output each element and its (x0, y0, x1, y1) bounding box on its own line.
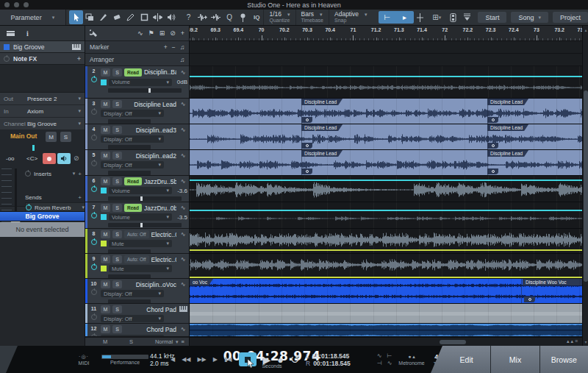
track-power-icon[interactable] (91, 289, 97, 295)
plus-icon[interactable]: + (77, 55, 81, 63)
parameter-dropdown[interactable]: Parameter ▾ (0, 10, 66, 25)
param-dropdown[interactable]: Mute▾ (109, 240, 172, 247)
track-mute-button[interactable]: M (101, 126, 110, 134)
automation-line[interactable] (190, 277, 582, 278)
info-icon[interactable]: i (26, 29, 29, 38)
add-track-icon[interactable]: + (181, 29, 184, 37)
clip-label-tab[interactable]: Discipline Lead (301, 124, 343, 131)
track-solo-button[interactable]: S (112, 152, 122, 160)
edit-page-button[interactable]: Edit (442, 346, 490, 373)
menu-icon[interactable] (7, 31, 15, 36)
bend-tool-button[interactable] (151, 10, 165, 25)
performance-meter[interactable]: Performance (98, 346, 151, 373)
param-dropdown[interactable]: Display: Off▾ (101, 315, 164, 322)
param-slider[interactable] (108, 88, 182, 93)
marker-icon[interactable]: ⚑ (148, 29, 154, 37)
track-row[interactable]: 7MSReadJazzDru..0bpm∿Volume▾-3.5 (85, 202, 189, 229)
track-mute-button[interactable]: M (101, 204, 110, 212)
track-mute-button[interactable]: M (101, 325, 110, 333)
track-name[interactable]: Disciplin..Bass (144, 68, 176, 76)
minus-icon[interactable]: − (172, 43, 176, 51)
track-name[interactable]: Electric..0bpm (151, 256, 176, 263)
track-row[interactable]: 5MSDisciplin..ead2∿Display: Off▾ (85, 150, 189, 176)
listen-tool-button[interactable] (165, 10, 179, 25)
automation-mode-badge[interactable]: Read (124, 68, 142, 77)
loop-indicator-badge[interactable] (524, 296, 535, 302)
track-mode-dropdown[interactable]: Normal (155, 338, 173, 345)
track-solo-button[interactable]: S (112, 177, 122, 185)
track-mute-button[interactable]: M (101, 255, 110, 263)
loop-indicator-badge[interactable] (487, 168, 498, 174)
monitor-button[interactable] (57, 153, 71, 164)
loop-indicator-badge[interactable] (487, 117, 498, 123)
zoom-tool-button[interactable]: Q (223, 10, 237, 25)
track-power-icon[interactable] (91, 160, 97, 166)
param-slider[interactable] (108, 196, 182, 201)
track-solo-button[interactable]: S (112, 305, 122, 313)
automation-mode-badge[interactable]: Read (124, 177, 142, 185)
loop-indicator-badge[interactable] (487, 143, 498, 149)
project-page-button[interactable]: Project (553, 12, 588, 23)
plus-icon[interactable]: + (164, 43, 168, 51)
record-arm-button[interactable] (43, 153, 56, 164)
pin-button[interactable] (236, 10, 250, 25)
song-page-button[interactable]: Song▾ (511, 12, 548, 23)
clip-waveform[interactable] (190, 66, 582, 99)
clip-label-tab[interactable]: Discipline Lead (487, 99, 528, 105)
arrangement-lane[interactable] (190, 324, 582, 337)
clip-label-tab[interactable]: Discipline Lead (487, 150, 528, 157)
automation-mode-badge[interactable]: Read (124, 204, 142, 212)
param-color-swatch[interactable] (101, 266, 107, 271)
track-row[interactable]: 10MSDisciplin..oVoc∿Display: Off▾ (85, 279, 189, 304)
vscroll-thumb[interactable] (584, 90, 588, 282)
film-view-button[interactable] (446, 10, 460, 25)
marker-lane[interactable] (190, 41, 582, 54)
automation-line[interactable] (190, 180, 582, 181)
track-row[interactable]: 11MSChord PadDisplay: Off▾ (85, 304, 189, 324)
param-dropdown[interactable]: Volume▾ (109, 187, 172, 194)
loop-button[interactable]: ↺ (290, 352, 300, 366)
clip-waveform[interactable] (190, 202, 582, 229)
automation-line[interactable] (190, 210, 582, 211)
track-name[interactable]: Electric..0bpm (151, 231, 176, 238)
power-icon[interactable] (26, 205, 32, 210)
track-row[interactable]: 9MSAuto: OffElectric..0bpm∿Mute▾ (85, 254, 189, 279)
track-power-icon[interactable] (91, 135, 97, 141)
prev-bar-button[interactable]: ◀ (171, 356, 175, 363)
selected-track-bar[interactable]: Big Groove (0, 211, 85, 221)
param-dropdown[interactable]: Mute▾ (109, 265, 172, 272)
clip-label-tab[interactable]: Discipline Lead (301, 99, 343, 105)
hscroll-thumb[interactable] (440, 340, 466, 344)
return-to-zero-button[interactable]: ▮◀ (224, 356, 232, 363)
track-solo-button[interactable]: S (112, 325, 122, 333)
param-slider[interactable] (108, 145, 151, 149)
grid-icon[interactable]: ⊞ (159, 29, 165, 37)
track-name[interactable]: Discipline Lead (124, 101, 176, 108)
record-button[interactable]: ● (277, 354, 283, 366)
param-slider-thumb[interactable] (140, 223, 143, 227)
clip-waveform[interactable] (190, 324, 582, 337)
track-solo-button[interactable]: S (112, 100, 122, 108)
note-fx-row[interactable]: Note FX + (0, 53, 85, 65)
track-solo-button[interactable]: S (112, 204, 122, 212)
track-mute-button[interactable]: M (101, 100, 110, 108)
autoscroll-button[interactable]: ▸ (396, 11, 414, 24)
mute-all-button[interactable]: M (103, 338, 107, 345)
routing-in-row[interactable]: In Axiom ▾ (0, 105, 85, 118)
track-power-icon[interactable] (91, 186, 97, 192)
zoom-menu-icon[interactable]: ≡ (575, 338, 579, 344)
track-power-icon[interactable] (91, 109, 97, 115)
param-color-swatch[interactable] (101, 214, 107, 220)
arrangement-lane[interactable]: oo VocDiscipline Woo Voc (190, 279, 582, 304)
stop-button[interactable] (239, 352, 257, 366)
crosshair-button[interactable] (414, 10, 428, 25)
start-page-button[interactable]: Start (478, 12, 506, 23)
power-icon[interactable] (25, 171, 31, 177)
automation-line[interactable] (190, 249, 582, 251)
track-mute-button[interactable]: M (101, 68, 110, 77)
zoom-controls[interactable]: ▴▴≡ (567, 338, 579, 344)
list-options-icon[interactable]: ≡ (182, 338, 184, 345)
automation-mode-badge[interactable]: Auto: Off (124, 230, 149, 238)
track-solo-button[interactable]: S (112, 280, 122, 288)
track-power-icon[interactable] (91, 77, 97, 82)
